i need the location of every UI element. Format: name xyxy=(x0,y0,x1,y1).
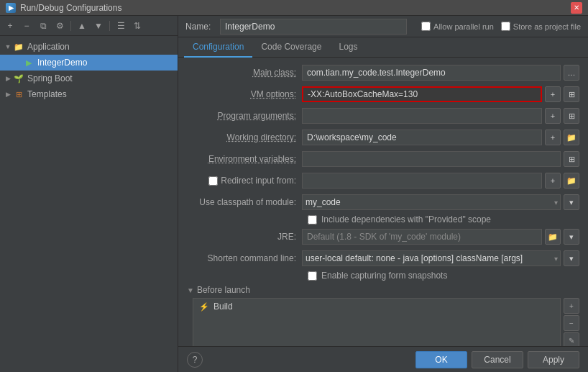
main-class-browse-button[interactable]: … xyxy=(564,65,579,81)
redirect-input-input[interactable] xyxy=(302,173,542,189)
program-args-control: + ⊞ xyxy=(302,108,579,124)
env-vars-input[interactable] xyxy=(302,151,561,167)
enable-snapshots-row: Enable capturing form snapshots xyxy=(308,271,579,281)
run-config-icon: ▶ xyxy=(23,57,35,68)
before-launch-remove-button[interactable]: − xyxy=(564,315,579,331)
classpath-select[interactable]: my_code xyxy=(302,194,561,210)
before-launch-edit-button[interactable]: ✎ xyxy=(564,332,579,346)
working-dir-expand-button[interactable]: + xyxy=(545,130,561,145)
working-dir-row: Working directory: + 📁 xyxy=(187,128,579,147)
vm-options-input[interactable] xyxy=(302,86,542,102)
store-as-project-checkbox[interactable] xyxy=(501,22,510,31)
title-bar: ▶ Run/Debug Configurations ✕ xyxy=(0,0,588,16)
spring-boot-icon: 🌱 xyxy=(13,73,24,84)
close-button[interactable]: ✕ xyxy=(571,2,582,14)
redirect-input-browse-button[interactable]: 📁 xyxy=(564,173,579,189)
program-args-input[interactable] xyxy=(302,108,542,124)
program-args-expand-button[interactable]: + xyxy=(545,108,561,124)
sort-button[interactable]: ⇅ xyxy=(130,19,144,33)
title-bar-left: ▶ Run/Debug Configurations xyxy=(6,3,121,13)
shorten-cmdline-row: Shorten command line: user-local default… xyxy=(187,249,579,268)
env-vars-control: ⊞ xyxy=(302,151,579,167)
toolbar-separator xyxy=(70,21,71,31)
sidebar-toolbar: + − ⧉ ⚙ ▲ ▼ ☰ ⇅ xyxy=(0,16,178,36)
spring-boot-label: Spring Boot xyxy=(27,73,73,83)
vm-options-expand-button[interactable]: + xyxy=(545,86,561,102)
build-icon: ⚡ xyxy=(199,302,209,312)
env-vars-row: Environment variables: ⊞ xyxy=(187,150,579,168)
app-icon: ▶ xyxy=(6,3,16,13)
sidebar: + − ⧉ ⚙ ▲ ▼ ☰ ⇅ ▼ 📁 Application ▶ Intege… xyxy=(0,16,178,372)
redirect-input-checkbox[interactable] xyxy=(208,176,218,186)
redirect-input-row: Redirect input from: + 📁 xyxy=(187,171,579,190)
name-bar-options: Allow parallel run Store as project file xyxy=(421,22,581,31)
redirect-input-label: Redirect input from: xyxy=(221,176,296,186)
vm-options-row: VM options: + ⊞ xyxy=(187,85,579,104)
include-deps-label: Include dependencies with "Provided" sco… xyxy=(321,214,491,224)
tab-code-coverage[interactable]: Code Coverage xyxy=(252,37,330,58)
jre-control: 📁 ▾ xyxy=(302,229,579,245)
before-launch-header[interactable]: ▼ Before launch xyxy=(187,285,579,295)
classpath-label: Use classpath of module: xyxy=(187,197,302,207)
program-args-label: Program arguments: xyxy=(187,111,302,121)
main-container: + − ⧉ ⚙ ▲ ▼ ☰ ⇅ ▼ 📁 Application ▶ Intege… xyxy=(0,16,588,372)
filter-button[interactable]: ☰ xyxy=(114,19,128,33)
cancel-button[interactable]: Cancel xyxy=(472,351,523,368)
main-class-row: Main class: … xyxy=(187,63,579,82)
ok-button[interactable]: OK xyxy=(415,351,467,368)
enable-snapshots-checkbox[interactable] xyxy=(308,271,317,281)
settings-button[interactable]: ⚙ xyxy=(52,19,67,33)
name-field-label: Name: xyxy=(185,22,214,32)
remove-config-button[interactable]: − xyxy=(19,19,34,33)
copy-config-button[interactable]: ⧉ xyxy=(36,19,50,33)
classpath-select-wrapper: my_code xyxy=(302,194,561,210)
main-class-control: … xyxy=(302,65,579,81)
sidebar-item-application[interactable]: ▼ 📁 Application xyxy=(0,39,178,55)
name-input[interactable] xyxy=(220,19,407,35)
move-up-button[interactable]: ▲ xyxy=(75,19,89,33)
jre-label: JRE: xyxy=(187,232,302,242)
before-launch-add-button[interactable]: + xyxy=(564,298,579,314)
vm-options-browse-button[interactable]: ⊞ xyxy=(564,86,579,102)
jre-browse-button[interactable]: 📁 xyxy=(545,229,561,245)
classpath-row: Use classpath of module: my_code ▾ xyxy=(187,193,579,212)
tab-configuration[interactable]: Configuration xyxy=(184,37,252,58)
shorten-cmdline-control: user-local default: none - java [options… xyxy=(302,250,579,266)
sidebar-item-integer-demo[interactable]: ▶ IntegerDemo xyxy=(0,55,178,71)
allow-parallel-checkbox[interactable] xyxy=(421,22,431,31)
include-deps-checkbox[interactable] xyxy=(308,215,317,224)
jre-row: JRE: 📁 ▾ xyxy=(187,227,579,246)
vm-options-control: + ⊞ xyxy=(302,86,579,102)
add-config-button[interactable]: + xyxy=(3,19,17,33)
env-vars-browse-button[interactable]: ⊞ xyxy=(564,151,579,167)
sidebar-item-templates[interactable]: ▶ ⊞ Templates xyxy=(0,86,178,102)
help-button[interactable]: ? xyxy=(187,352,203,368)
templates-arrow: ▶ xyxy=(3,89,13,99)
build-label: Build xyxy=(213,301,233,312)
shorten-cmdline-select-wrapper: user-local default: none - java [options… xyxy=(302,250,561,266)
shorten-cmdline-select[interactable]: user-local default: none - java [options… xyxy=(302,250,561,266)
classpath-dropdown-button[interactable]: ▾ xyxy=(564,194,579,210)
title-bar-text: Run/Debug Configurations xyxy=(20,3,121,13)
application-label: Application xyxy=(27,42,70,52)
store-as-project-label: Store as project file xyxy=(501,22,581,31)
apply-button[interactable]: Apply xyxy=(528,351,579,368)
shorten-cmdline-dropdown-button[interactable]: ▾ xyxy=(564,250,579,266)
env-vars-label: Environment variables: xyxy=(187,154,302,164)
sidebar-item-spring-boot[interactable]: ▶ 🌱 Spring Boot xyxy=(0,71,178,86)
program-args-browse-button[interactable]: ⊞ xyxy=(564,108,579,124)
jre-input[interactable] xyxy=(302,229,542,245)
redirect-input-expand-button[interactable]: + xyxy=(545,173,561,189)
application-folder-icon: 📁 xyxy=(13,41,24,53)
before-launch-list: ⚡ Build xyxy=(193,298,561,346)
before-launch-area: ⚡ Build + − ✎ xyxy=(187,298,579,346)
jre-dropdown-button[interactable]: ▾ xyxy=(564,229,579,245)
working-dir-browse-button[interactable]: 📁 xyxy=(564,130,579,145)
main-class-input[interactable] xyxy=(302,65,561,81)
move-down-button[interactable]: ▼ xyxy=(91,19,106,33)
sidebar-tree: ▼ 📁 Application ▶ IntegerDemo ▶ 🌱 Spring… xyxy=(0,36,178,372)
tab-logs[interactable]: Logs xyxy=(330,37,366,58)
allow-parallel-label: Allow parallel run xyxy=(421,22,494,31)
spring-boot-arrow: ▶ xyxy=(3,73,13,83)
working-dir-input[interactable] xyxy=(302,130,542,145)
